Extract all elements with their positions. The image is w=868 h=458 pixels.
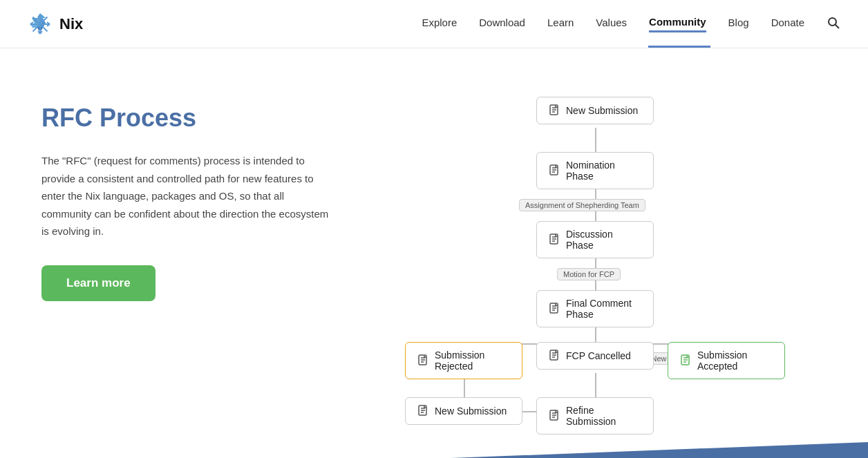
doc-icon-2 — [548, 164, 560, 177]
discussion-label: Discussion Phase — [566, 229, 642, 251]
nav-active-indicator — [648, 46, 710, 48]
flow-diagram: New Submission Nomination Phase Assignme… — [398, 90, 827, 394]
box-final-comment: Final Comment Phase — [536, 290, 654, 327]
new-sub-bottom-label: New Submission — [435, 405, 507, 417]
search-icon[interactable] — [827, 16, 840, 32]
nav-learn[interactable]: Learn — [547, 17, 574, 31]
box-fcp-cancelled: FCP Cancelled — [536, 342, 654, 370]
nav-explore[interactable]: Explore — [422, 17, 457, 31]
nav-donate[interactable]: Donate — [771, 17, 804, 31]
logo-text: Nix — [59, 15, 83, 33]
nav-links: Explore Download Learn Values Community … — [422, 16, 840, 32]
doc-icon-9 — [548, 410, 560, 422]
nav-community[interactable]: Community — [649, 16, 706, 32]
doc-icon-7 — [679, 354, 692, 367]
motion-fcp-label: Motion for FCP — [557, 268, 621, 280]
box-rejected: Submission Rejected — [405, 342, 522, 379]
doc-icon-4 — [548, 303, 560, 315]
page-title: RFC Process — [41, 104, 332, 133]
svg-line-21 — [836, 24, 840, 28]
left-panel: RFC Process The "RFC" (request for comme… — [41, 90, 332, 301]
box-nomination: Nomination Phase — [536, 152, 654, 189]
main-content: RFC Process The "RFC" (request for comme… — [0, 48, 868, 449]
box-new-submission-bottom: New Submission — [405, 397, 522, 425]
connector-1 — [595, 128, 596, 154]
box-accepted: Submission Accepted — [668, 342, 785, 379]
nomination-label: Nomination Phase — [566, 160, 642, 182]
navbar: Nix Explore Download Learn Values Commun… — [0, 0, 868, 48]
logo[interactable]: Nix — [28, 12, 83, 37]
doc-icon-3 — [548, 233, 560, 246]
box-discussion: Discussion Phase — [536, 221, 654, 258]
accepted-label: Submission Accepted — [697, 350, 773, 372]
new-submission-label: New Submission — [566, 105, 638, 116]
final-comment-label: Final Comment Phase — [566, 298, 642, 320]
shepherding-label: Assignment of Shepherding Team — [519, 199, 645, 211]
box-refine: Refine Submission — [536, 397, 654, 435]
doc-icon-1 — [548, 104, 560, 117]
doc-icon-6 — [548, 350, 560, 362]
page-description: The "RFC" (request for comments) process… — [41, 152, 332, 240]
box-new-submission: New Submission — [536, 97, 654, 124]
nix-logo-icon — [28, 12, 53, 37]
diagram-wrapper: New Submission Nomination Phase Assignme… — [398, 97, 799, 394]
nav-blog[interactable]: Blog — [728, 17, 749, 31]
refine-label: Refine Submission — [566, 405, 642, 427]
nav-values[interactable]: Values — [596, 17, 627, 31]
nav-download[interactable]: Download — [479, 17, 525, 31]
fcp-cancelled-label: FCP Cancelled — [566, 350, 631, 361]
rejected-label: Submission Rejected — [435, 350, 511, 372]
doc-icon-5 — [417, 354, 429, 367]
learn-more-button[interactable]: Learn more — [41, 265, 155, 301]
svg-point-20 — [829, 18, 836, 26]
doc-icon-8 — [417, 405, 429, 417]
